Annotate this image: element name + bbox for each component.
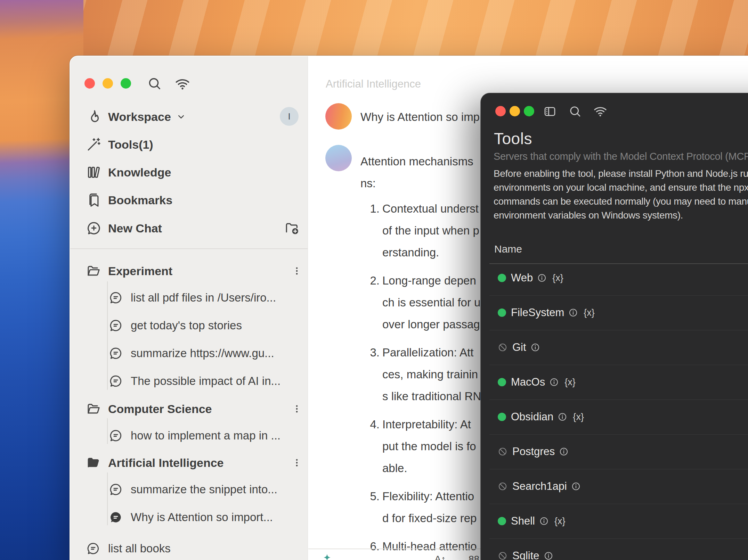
chevron-down-icon bbox=[176, 112, 186, 122]
minimize-button[interactable] bbox=[510, 106, 520, 116]
server-name: Obsidian bbox=[511, 411, 553, 423]
row-divider bbox=[489, 365, 748, 365]
chat-bubble-icon bbox=[108, 482, 123, 497]
row-divider bbox=[489, 330, 748, 330]
zoom-button[interactable] bbox=[524, 106, 534, 116]
server-name: Search1api bbox=[512, 480, 567, 493]
workspace-menu[interactable]: Workspace bbox=[86, 107, 186, 126]
sidebar-item-new-chat[interactable]: New Chat bbox=[86, 219, 162, 238]
folder-experiment[interactable]: Experiment bbox=[86, 261, 172, 281]
status-enabled-dot bbox=[498, 517, 506, 525]
folder-artificial-intelligence[interactable]: Artificial Intelligence bbox=[86, 453, 224, 472]
server-row-macos[interactable]: MacOs {x} bbox=[498, 374, 576, 390]
info-icon[interactable] bbox=[544, 551, 553, 560]
server-row-postgres[interactable]: Postgres bbox=[498, 443, 569, 460]
server-name: Postgres bbox=[512, 445, 555, 458]
folder-label: Artificial Intelligence bbox=[108, 456, 224, 470]
kebab-menu-icon[interactable] bbox=[292, 264, 302, 278]
chat-plus-icon bbox=[86, 220, 102, 236]
tools-window: Tools Servers that comply with the Model… bbox=[481, 93, 748, 560]
description-line: environment variables on Windows systems… bbox=[494, 208, 748, 222]
info-icon[interactable] bbox=[539, 516, 549, 526]
minimize-button[interactable] bbox=[103, 78, 113, 89]
close-button[interactable] bbox=[84, 78, 95, 89]
chat-item-label: summarize https://www.gu... bbox=[131, 347, 274, 360]
flame-icon bbox=[86, 109, 102, 125]
server-row-sqlite[interactable]: Sqlite bbox=[498, 547, 553, 560]
chat-item[interactable]: get today's top stories bbox=[108, 316, 242, 335]
description-line: Before enabling the tool, please install… bbox=[494, 167, 748, 181]
sidebar-divider bbox=[70, 248, 308, 249]
list-line: Long-range depen bbox=[382, 274, 476, 287]
folder-computer-science[interactable]: Computer Science bbox=[86, 399, 212, 419]
chat-item-label: summarize the snippet into... bbox=[131, 483, 277, 496]
vars-badge: {x} bbox=[564, 377, 576, 388]
server-name: Sqlite bbox=[512, 550, 539, 560]
status-enabled-dot bbox=[498, 413, 506, 421]
server-row-obsidian[interactable]: Obsidian {x} bbox=[498, 409, 584, 425]
chat-item-label: list all pdf files in /Users/iro... bbox=[131, 291, 276, 304]
server-row-shell[interactable]: Shell {x} bbox=[498, 513, 565, 529]
chat-item-label: Why is Attention so import... bbox=[131, 511, 273, 524]
chat-bubble-icon bbox=[108, 374, 123, 388]
server-name: MacOs bbox=[511, 376, 545, 388]
sidebar-item-knowledge[interactable]: Knowledge bbox=[86, 163, 171, 182]
info-icon[interactable] bbox=[549, 377, 559, 387]
sidebar-toggle-icon[interactable] bbox=[543, 105, 556, 118]
list-line: ch is essential for u bbox=[382, 296, 480, 309]
status-enabled-dot bbox=[498, 308, 506, 317]
list-line: Interpretability: At bbox=[382, 418, 471, 431]
sidebar-item-label: Knowledge bbox=[108, 166, 171, 179]
vars-badge: {x} bbox=[584, 307, 595, 318]
search-icon[interactable] bbox=[147, 76, 162, 91]
chat-item[interactable]: The possible impact of AI in... bbox=[108, 371, 280, 391]
text-size-icon[interactable]: A↑ bbox=[434, 554, 446, 560]
chat-item[interactable]: list all books bbox=[86, 539, 171, 558]
list-line: Multi-head attentio bbox=[382, 540, 477, 553]
chat-item-label: list all books bbox=[108, 542, 171, 555]
kebab-menu-icon[interactable] bbox=[292, 402, 302, 416]
server-row-search1api[interactable]: Search1api bbox=[498, 478, 581, 495]
sidebar-item-label: Tools(1) bbox=[108, 138, 153, 151]
chat-item-label: The possible impact of AI in... bbox=[131, 374, 280, 388]
chat-item-active[interactable]: Why is Attention so import... bbox=[108, 508, 273, 527]
chat-item-label: get today's top stories bbox=[131, 319, 242, 332]
list-number: 3. bbox=[359, 346, 380, 359]
server-row-git[interactable]: Git bbox=[498, 339, 540, 356]
avatar[interactable]: I bbox=[280, 107, 299, 126]
sparkle-icon[interactable] bbox=[321, 553, 333, 560]
search-icon[interactable] bbox=[569, 105, 582, 118]
chat-bubble-icon bbox=[108, 318, 123, 333]
input-toolbar-icon[interactable]: 88 bbox=[469, 554, 479, 560]
chat-item[interactable]: how to implement a map in ... bbox=[108, 426, 280, 445]
description-line: commands can be executed normally (you m… bbox=[494, 195, 748, 208]
chat-bubble-icon bbox=[108, 290, 123, 305]
server-row-web[interactable]: Web {x} bbox=[498, 270, 563, 286]
info-icon[interactable] bbox=[530, 343, 540, 352]
list-line: ces, making trainin bbox=[382, 368, 478, 381]
wifi-icon[interactable] bbox=[593, 104, 608, 118]
sidebar-item-bookmarks[interactable]: Bookmarks bbox=[86, 190, 172, 210]
list-line: over longer passag bbox=[382, 318, 480, 331]
workspace-label: Workspace bbox=[108, 110, 171, 124]
close-button[interactable] bbox=[495, 106, 506, 116]
info-icon[interactable] bbox=[559, 447, 569, 456]
chat-item[interactable]: list all pdf files in /Users/iro... bbox=[108, 288, 276, 307]
chat-bubble-icon bbox=[108, 346, 123, 361]
server-name: Git bbox=[512, 341, 526, 354]
info-icon[interactable] bbox=[558, 412, 567, 422]
wifi-icon[interactable] bbox=[174, 76, 190, 92]
indent-guide bbox=[107, 418, 108, 444]
server-name: FileSystem bbox=[511, 306, 564, 319]
zoom-button[interactable] bbox=[121, 78, 131, 89]
info-icon[interactable] bbox=[537, 273, 547, 283]
kebab-menu-icon[interactable] bbox=[292, 456, 302, 470]
chat-item[interactable]: summarize https://www.gu... bbox=[108, 344, 274, 363]
info-icon[interactable] bbox=[568, 308, 578, 318]
chat-item[interactable]: summarize the snippet into... bbox=[108, 480, 277, 499]
ban-icon bbox=[498, 447, 507, 456]
sidebar-item-tools[interactable]: Tools(1) bbox=[86, 135, 153, 154]
info-icon[interactable] bbox=[571, 481, 581, 491]
folder-plus-icon[interactable] bbox=[284, 220, 300, 236]
server-row-filesystem[interactable]: FileSystem {x} bbox=[498, 304, 595, 321]
